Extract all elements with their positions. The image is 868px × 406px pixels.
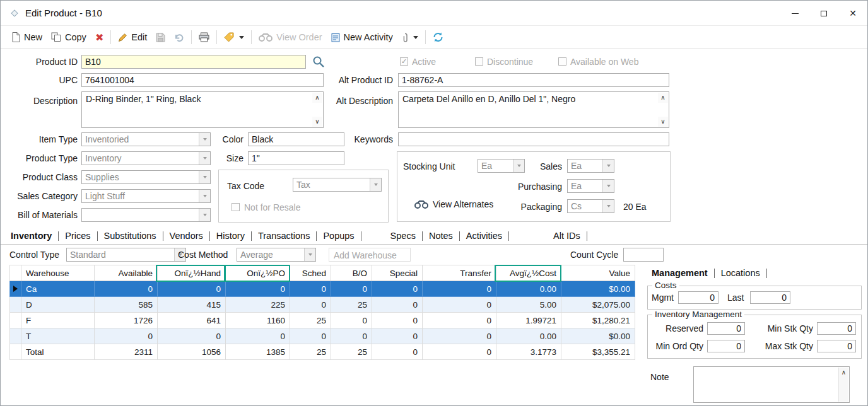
size-field[interactable] <box>248 151 344 165</box>
search-icon[interactable] <box>312 55 325 68</box>
column-header[interactable]: Onï¿½PO <box>226 265 290 281</box>
column-header[interactable]: Onï¿½Hand <box>158 265 226 281</box>
toolbar-separator <box>110 30 111 44</box>
note-scrollbar[interactable]: ∧ <box>838 368 848 402</box>
active-checkbox[interactable]: ✓ <box>400 57 408 66</box>
packaging-unit-select[interactable]: Cs <box>567 199 614 213</box>
table-row[interactable]: D 585 415 225 0 25 0 0 5.00 $2,075.00 <box>10 297 635 313</box>
new-activity-button[interactable]: New Activity <box>327 30 397 45</box>
product-class-select[interactable]: Supplies <box>81 170 211 184</box>
cost-method-select[interactable]: Average <box>237 248 316 262</box>
tab-transactions[interactable]: Transactions <box>257 231 311 241</box>
table-row[interactable]: Ca 0 0 0 0 0 0 0 0.00 $0.00 <box>10 281 635 297</box>
sales-unit-label: Sales <box>519 160 562 173</box>
copy-icon <box>51 32 61 42</box>
column-header[interactable]: Avgï¿½Cost <box>496 265 561 281</box>
delete-button[interactable]: ✖ <box>91 29 108 46</box>
scroll-up-icon[interactable]: ∧ <box>839 368 848 378</box>
chevron-down-icon[interactable] <box>370 178 381 191</box>
edit-button[interactable]: Edit <box>114 30 151 45</box>
column-header[interactable]: Available <box>95 265 158 281</box>
note-field[interactable]: ∧ <box>693 366 850 403</box>
upc-field[interactable] <box>81 73 324 87</box>
discontinue-checkbox[interactable] <box>475 57 483 66</box>
stocking-unit-select[interactable]: Ea <box>478 159 525 173</box>
available-on-web-checkbox[interactable] <box>558 57 566 66</box>
mgmt-label: Mgmt <box>652 291 674 304</box>
column-header[interactable]: Warehouse <box>21 265 95 281</box>
tab-locations[interactable]: Locations <box>720 268 761 278</box>
tag-button[interactable] <box>220 30 249 45</box>
column-header[interactable]: Transfer <box>423 265 496 281</box>
view-alternates-button[interactable]: View Alternates <box>433 197 493 211</box>
tab-prices[interactable]: Prices <box>64 231 91 241</box>
save-button[interactable] <box>151 30 170 45</box>
scroll-up-icon[interactable]: ∧ <box>658 93 668 103</box>
chevron-down-icon[interactable] <box>304 248 315 261</box>
print-button[interactable] <box>194 30 214 45</box>
maximize-button[interactable] <box>809 1 838 26</box>
item-type-select[interactable]: Inventoried <box>81 132 211 146</box>
mgmt-cost-field[interactable] <box>678 291 718 304</box>
count-cycle-label: Count Cycle <box>570 248 618 262</box>
alt-description-field[interactable]: Carpeta Del Anillo en D, Anillo Del 1", … <box>398 91 669 128</box>
tab-substitutions[interactable]: Substitutions <box>103 231 158 241</box>
tab-alt-ids[interactable]: Alt IDs <box>552 231 582 241</box>
close-button[interactable]: ✕ <box>838 1 867 26</box>
new-button[interactable]: New <box>7 30 47 45</box>
add-warehouse-button[interactable]: Add Warehouse <box>329 248 411 262</box>
tax-code-select[interactable]: Tax <box>293 178 382 192</box>
chevron-down-icon[interactable] <box>199 209 210 221</box>
copy-button[interactable]: Copy <box>47 30 91 45</box>
undo-button[interactable] <box>170 30 189 45</box>
chevron-down-icon[interactable] <box>239 36 244 39</box>
scroll-down-icon[interactable]: ∨ <box>658 117 668 127</box>
color-field[interactable] <box>248 132 344 146</box>
minimize-button[interactable] <box>780 1 809 26</box>
chevron-down-icon[interactable] <box>413 36 418 39</box>
bill-of-materials-select[interactable] <box>81 208 211 222</box>
tab-history[interactable]: History <box>215 231 246 241</box>
chevron-down-icon[interactable] <box>602 200 614 212</box>
tab-activities[interactable]: Activities <box>465 231 503 241</box>
scroll-down-icon[interactable]: ∨ <box>312 117 322 127</box>
tab-notes[interactable]: Notes <box>428 231 454 241</box>
note-label: Note <box>650 370 669 384</box>
description-field[interactable]: D-Ring Binder, 1" Ring, Black ∧ ∨ <box>81 91 324 128</box>
min-ord-qty-field[interactable] <box>707 340 745 352</box>
attachment-button[interactable] <box>397 30 423 45</box>
tab-specs[interactable]: Specs <box>389 231 417 241</box>
not-for-resale-checkbox[interactable] <box>232 203 240 211</box>
purchasing-unit-select[interactable]: Ea <box>567 179 614 193</box>
product-id-field[interactable] <box>81 55 306 69</box>
chevron-down-icon[interactable] <box>199 190 210 202</box>
column-header[interactable]: Sched <box>290 265 331 281</box>
title-bar: Edit Product - B10 ✕ <box>1 1 867 26</box>
view-order-button[interactable]: View Order <box>254 30 326 45</box>
sales-unit-select[interactable]: Ea <box>567 159 614 173</box>
tab-popups[interactable]: Popups <box>322 231 355 241</box>
table-row[interactable]: F 1726 641 1160 25 0 0 0 1.99721 $1,280.… <box>10 313 635 328</box>
chevron-down-icon[interactable] <box>602 180 614 192</box>
tab-vendors[interactable]: Vendors <box>168 231 204 241</box>
keywords-field[interactable] <box>398 132 669 146</box>
chevron-down-icon[interactable] <box>602 160 614 172</box>
column-header[interactable]: Value <box>561 265 635 281</box>
tab-management[interactable]: Management <box>650 268 709 278</box>
table-row-total[interactable]: Total 2311 1056 1385 25 25 0 0 3.1773 $3… <box>10 344 635 360</box>
product-type-select[interactable]: Inventory <box>81 151 211 165</box>
refresh-button[interactable] <box>428 30 448 45</box>
min-stk-qty-field[interactable] <box>817 322 856 335</box>
column-header[interactable]: Special <box>372 265 423 281</box>
tab-inventory[interactable]: Inventory <box>9 231 53 241</box>
sales-category-select[interactable]: Light Stuff <box>81 189 211 203</box>
reserved-field[interactable] <box>707 322 745 335</box>
chevron-down-icon[interactable] <box>199 171 210 183</box>
table-row[interactable]: T 0 0 0 0 0 0 0 0.00 $0.00 <box>10 328 635 344</box>
column-header[interactable]: B/O <box>331 265 372 281</box>
alt-product-id-field[interactable] <box>398 73 669 87</box>
max-stk-qty-field[interactable] <box>817 340 856 352</box>
control-type-select[interactable]: Standard <box>66 248 186 262</box>
last-cost-field[interactable] <box>750 291 790 304</box>
count-cycle-field[interactable] <box>623 248 664 262</box>
